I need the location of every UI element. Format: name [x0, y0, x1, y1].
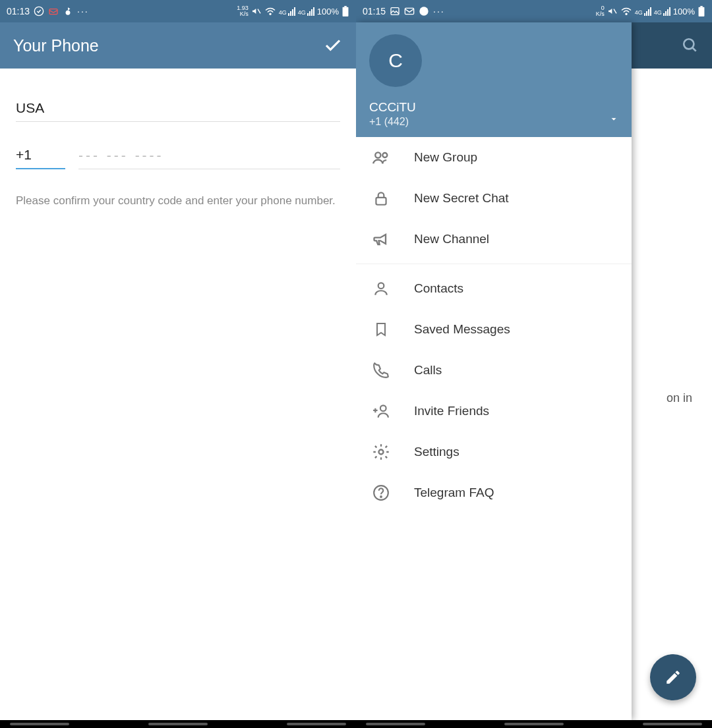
confirm-button[interactable]: [323, 36, 343, 55]
drawer-item-new-secret-chat[interactable]: New Secret Chat: [356, 178, 632, 219]
svg-point-10: [626, 13, 627, 14]
contact-icon: [372, 279, 390, 298]
status-battery-text: 100%: [317, 7, 339, 16]
more-icon: ···: [433, 6, 445, 16]
drawer-item-label: Contacts: [414, 281, 463, 296]
screen-drawer: 01:15 ··· 0 K/s 4G: [356, 0, 712, 728]
drawer-item-label: Saved Messages: [414, 322, 510, 337]
phone-form: Please confirm your country code and ent…: [0, 69, 356, 210]
nav-bar: [0, 720, 356, 728]
svg-rect-17: [376, 198, 386, 205]
notification-icon-1: [34, 6, 44, 16]
megaphone-icon: [372, 230, 390, 248]
call-icon: [372, 361, 390, 379]
svg-point-8: [419, 7, 428, 15]
wifi-icon: [620, 7, 632, 16]
svg-rect-4: [344, 6, 347, 7]
lock-icon: [372, 189, 390, 208]
svg-point-13: [684, 39, 694, 49]
drawer-item-calls[interactable]: Calls: [356, 350, 632, 391]
chat-icon: [419, 6, 429, 16]
image-icon: [390, 6, 400, 16]
signal-icon-1: 4G: [279, 7, 295, 16]
svg-point-18: [378, 283, 384, 289]
drawer-item-telegram-faq[interactable]: Telegram FAQ: [356, 472, 632, 513]
app-header: Your Phone: [0, 22, 356, 69]
svg-rect-11: [700, 6, 703, 7]
drawer-divider: [356, 264, 632, 264]
drawer-item-label: Invite Friends: [414, 404, 489, 418]
notification-icon-2: [48, 6, 59, 16]
svg-point-20: [379, 450, 384, 455]
svg-line-9: [614, 9, 616, 14]
svg-line-2: [258, 9, 260, 14]
status-net-unit: K/s: [596, 11, 605, 17]
nav-drawer: C CCCiTU +1 (442) New GroupNew Secret Ch…: [356, 22, 632, 720]
svg-line-14: [692, 47, 696, 51]
avatar[interactable]: C: [369, 34, 422, 87]
invite-icon: [372, 402, 390, 420]
notification-icon-3: [63, 6, 73, 16]
drawer-header: C CCCiTU +1 (442): [356, 22, 632, 137]
drawer-item-contacts[interactable]: Contacts: [356, 268, 632, 309]
signal-icon-2: 4G: [298, 7, 314, 16]
page-title: Your Phone: [13, 36, 99, 55]
more-icon: ···: [77, 6, 89, 16]
svg-point-19: [380, 405, 386, 411]
phone-number-input[interactable]: [78, 142, 340, 169]
group-icon: [372, 148, 390, 167]
drawer-item-new-channel[interactable]: New Channel: [356, 219, 632, 260]
status-time: 01:13: [7, 6, 30, 16]
mute-icon: [251, 6, 262, 16]
status-bar: 01:15 ··· 0 K/s 4G: [356, 0, 712, 22]
drawer-item-label: New Channel: [414, 232, 489, 246]
status-bar: 01:13 ··· 1.93 K/s 4G: [0, 0, 356, 22]
drawer-item-label: Settings: [414, 445, 460, 459]
svg-point-15: [375, 152, 380, 157]
drawer-user-name: CCCiTU: [369, 100, 618, 115]
search-icon[interactable]: [682, 37, 699, 54]
signal-icon-2: 4G: [654, 7, 670, 16]
country-code-input[interactable]: [16, 142, 65, 169]
drawer-item-new-group[interactable]: New Group: [356, 137, 632, 178]
status-battery-text: 100%: [673, 7, 695, 16]
background-text-fragment: on in: [667, 391, 692, 405]
svg-rect-1: [49, 9, 57, 14]
drawer-item-label: Calls: [414, 363, 442, 378]
chevron-down-icon[interactable]: [609, 115, 618, 124]
compose-fab[interactable]: [650, 654, 696, 700]
status-net-unit: K/s: [237, 11, 249, 17]
screen-phone-entry: 01:13 ··· 1.93 K/s 4G: [0, 0, 356, 728]
drawer-item-label: New Group: [414, 150, 477, 165]
svg-point-16: [382, 153, 387, 157]
wifi-icon: [264, 7, 276, 16]
battery-icon: [341, 6, 349, 16]
drawer-item-label: Telegram FAQ: [414, 486, 494, 500]
drawer-item-label: New Secret Chat: [414, 191, 509, 206]
drawer-item-saved-messages[interactable]: Saved Messages: [356, 309, 632, 350]
svg-rect-5: [343, 7, 349, 16]
mail-icon: [404, 6, 415, 16]
bookmark-icon: [372, 320, 390, 339]
drawer-item-invite-friends[interactable]: Invite Friends: [356, 391, 632, 432]
status-time: 01:15: [363, 6, 386, 16]
mute-icon: [607, 6, 618, 16]
signal-icon-1: 4G: [635, 7, 651, 16]
help-icon: [372, 484, 390, 502]
svg-point-0: [34, 7, 43, 15]
nav-bar: [356, 720, 712, 728]
svg-point-22: [380, 496, 382, 497]
drawer-list: New GroupNew Secret ChatNew ChannelConta…: [356, 137, 632, 720]
helper-text: Please confirm your country code and ent…: [16, 192, 340, 210]
svg-rect-12: [699, 7, 705, 16]
drawer-item-settings[interactable]: Settings: [356, 432, 632, 472]
svg-rect-7: [405, 8, 413, 14]
gear-icon: [372, 443, 390, 461]
svg-point-3: [270, 13, 271, 14]
drawer-user-phone: +1 (442): [369, 116, 618, 128]
country-input[interactable]: [16, 95, 340, 122]
battery-icon: [697, 6, 705, 16]
